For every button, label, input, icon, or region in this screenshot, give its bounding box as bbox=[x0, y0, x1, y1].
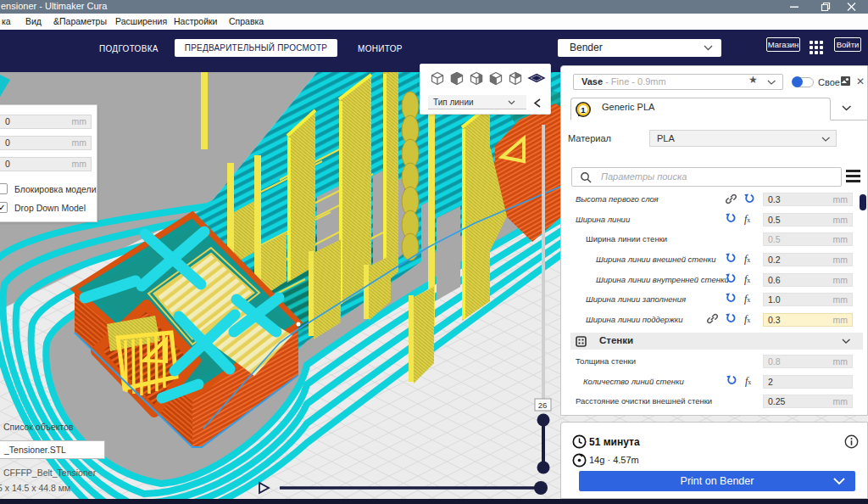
svg-text:26: 26 bbox=[538, 400, 548, 410]
svg-text:1: 1 bbox=[581, 105, 586, 115]
